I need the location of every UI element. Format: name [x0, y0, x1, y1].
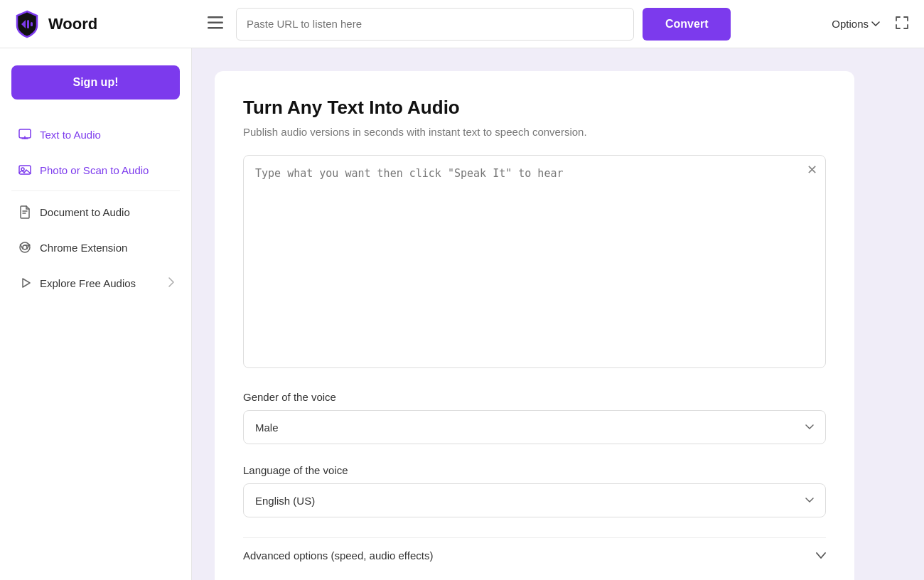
sidebar-item-text-to-audio[interactable]: Text to Audio: [11, 117, 180, 152]
svg-rect-6: [19, 166, 31, 174]
explore-icon: [17, 275, 33, 291]
sidebar-label-explore: Explore Free Audios: [40, 277, 136, 289]
advanced-chevron-icon: [816, 550, 826, 562]
options-label: Options: [832, 18, 869, 30]
body-wrap: Sign up! Text to Audio Photo or Scan to …: [0, 48, 924, 580]
svg-marker-10: [23, 279, 30, 287]
explore-arrow-icon: [168, 277, 174, 289]
photo-scan-icon: [17, 162, 33, 178]
nav-divider-1: [11, 190, 180, 191]
logo-icon: [11, 9, 43, 40]
svg-rect-1: [31, 22, 33, 26]
language-label: Language of the voice: [243, 464, 826, 476]
card-title: Turn Any Text Into Audio: [243, 97, 826, 119]
hamburger-button[interactable]: [203, 12, 227, 36]
chevron-down-icon: [871, 21, 880, 27]
signup-button[interactable]: Sign up!: [11, 65, 180, 100]
fullscreen-button[interactable]: [891, 12, 913, 36]
svg-rect-3: [208, 22, 223, 24]
sidebar-item-chrome-extension[interactable]: Chrome Extension: [11, 230, 180, 265]
sidebar-label-chrome-extension: Chrome Extension: [40, 242, 127, 254]
sidebar-item-photo-scan[interactable]: Photo or Scan to Audio: [11, 152, 180, 188]
advanced-options-label: Advanced options (speed, audio effects): [243, 549, 433, 562]
fullscreen-icon: [894, 15, 910, 31]
sidebar-label-photo-scan: Photo or Scan to Audio: [40, 164, 149, 176]
logo-text: Woord: [48, 15, 97, 33]
header: Woord Convert Options: [0, 0, 924, 48]
main-content: Turn Any Text Into Audio Publish audio v…: [192, 48, 924, 580]
convert-button[interactable]: Convert: [643, 8, 731, 41]
header-right: Options: [832, 12, 913, 36]
header-center: Convert: [203, 8, 832, 41]
text-to-audio-icon: [17, 127, 33, 142]
svg-point-9: [23, 245, 27, 249]
main-card: Turn Any Text Into Audio Publish audio v…: [215, 71, 854, 580]
clear-button[interactable]: ✕: [807, 163, 817, 176]
card-subtitle: Publish audio versions in seconds with i…: [243, 126, 826, 138]
url-input-wrap: [236, 8, 634, 41]
sidebar: Sign up! Text to Audio Photo or Scan to …: [0, 48, 192, 580]
document-icon: [17, 204, 33, 220]
logo-area: Woord: [11, 9, 203, 40]
text-area-wrap: ✕: [243, 155, 826, 371]
advanced-options-section[interactable]: Advanced options (speed, audio effects): [243, 537, 826, 573]
url-input[interactable]: [236, 8, 634, 41]
sidebar-item-explore[interactable]: Explore Free Audios: [11, 265, 180, 301]
sidebar-item-document[interactable]: Document to Audio: [11, 194, 180, 230]
gender-select[interactable]: Male Female: [243, 410, 826, 444]
chrome-extension-icon: [17, 240, 33, 255]
svg-rect-0: [27, 20, 29, 28]
svg-rect-4: [208, 27, 223, 29]
options-button[interactable]: Options: [832, 18, 880, 30]
sidebar-label-text-to-audio: Text to Audio: [40, 129, 101, 141]
gender-group: Gender of the voice Male Female: [243, 391, 826, 444]
language-group: Language of the voice English (US) Engli…: [243, 464, 826, 517]
text-input[interactable]: [243, 155, 826, 368]
gender-label: Gender of the voice: [243, 391, 826, 403]
svg-rect-2: [208, 16, 223, 18]
language-select[interactable]: English (US) English (UK) Spanish French…: [243, 483, 826, 517]
sidebar-label-document: Document to Audio: [40, 206, 130, 218]
